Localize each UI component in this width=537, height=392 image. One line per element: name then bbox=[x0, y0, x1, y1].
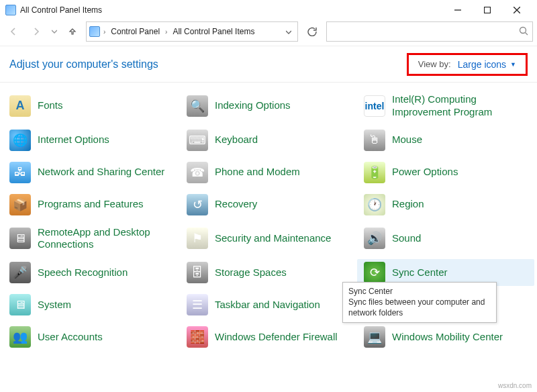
item-label: User Accounts bbox=[38, 331, 103, 344]
item-indexing-options[interactable]: 🔍 Indexing Options bbox=[180, 91, 357, 121]
caret-down-icon: ▼ bbox=[510, 61, 516, 68]
refresh-button[interactable] bbox=[302, 21, 322, 42]
minimize-button[interactable] bbox=[443, 1, 473, 19]
mouse-icon: 🖱 bbox=[364, 130, 385, 151]
remoteapp-icon: 🖥 bbox=[9, 228, 31, 249]
tooltip: Sync Center Sync files between your comp… bbox=[342, 282, 497, 323]
item-keyboard[interactable]: ⌨ Keyboard bbox=[180, 127, 357, 154]
maximize-button[interactable] bbox=[473, 1, 502, 19]
item-label: Internet Options bbox=[38, 134, 109, 146]
item-label: Region bbox=[392, 198, 424, 211]
item-storage-spaces[interactable]: 🗄 Storage Spaces bbox=[180, 259, 357, 286]
security-icon: ⚑ bbox=[187, 228, 208, 249]
sound-icon: 🔊 bbox=[364, 228, 385, 249]
system-icon: 🖥 bbox=[9, 294, 31, 315]
mobility-icon: 💻 bbox=[364, 326, 385, 348]
item-phone-modem[interactable]: ☎ Phone and Modem bbox=[180, 159, 357, 186]
fonts-icon: A bbox=[9, 95, 31, 117]
sync-icon: ⟳ bbox=[364, 262, 385, 283]
item-label: Indexing Options bbox=[215, 99, 291, 112]
address-bar[interactable]: › Control Panel › All Control Panel Item… bbox=[86, 21, 298, 42]
item-label: Windows Mobility Center bbox=[392, 331, 503, 344]
item-label: System bbox=[38, 299, 71, 311]
back-button[interactable] bbox=[4, 22, 23, 41]
storage-icon: 🗄 bbox=[187, 262, 208, 283]
item-intel[interactable]: intel Intel(R) Computing Improvement Pro… bbox=[357, 91, 534, 121]
network-icon: 🖧 bbox=[9, 162, 31, 183]
chevron-right-icon[interactable]: › bbox=[164, 28, 168, 36]
item-label: Programs and Features bbox=[38, 198, 144, 211]
phone-icon: ☎ bbox=[187, 162, 208, 183]
item-label: Sound bbox=[392, 232, 421, 245]
keyboard-icon: ⌨ bbox=[187, 130, 208, 151]
item-label: RemoteApp and Desktop Connections bbox=[38, 226, 173, 252]
address-icon bbox=[89, 26, 100, 37]
svg-line-5 bbox=[526, 32, 528, 35]
item-label: Speech Recognition bbox=[38, 266, 128, 279]
nav-row: › Control Panel › All Control Panel Item… bbox=[0, 20, 537, 46]
up-button[interactable] bbox=[63, 22, 82, 41]
item-fonts[interactable]: A Fonts bbox=[3, 91, 180, 121]
address-history-dropdown[interactable] bbox=[283, 27, 295, 37]
view-by-value: Large icons bbox=[458, 59, 506, 70]
item-label: Sync Center bbox=[392, 266, 448, 279]
item-label: Network and Sharing Center bbox=[38, 166, 164, 179]
item-security-maintenance[interactable]: ⚑ Security and Maintenance bbox=[180, 224, 357, 254]
recovery-icon: ↺ bbox=[187, 194, 208, 215]
titlebar: All Control Panel Items bbox=[0, 0, 537, 20]
item-label: Mouse bbox=[392, 134, 422, 146]
item-remoteapp[interactable]: 🖥 RemoteApp and Desktop Connections bbox=[3, 224, 180, 254]
control-panel-icon bbox=[5, 5, 16, 15]
item-programs-features[interactable]: 📦 Programs and Features bbox=[3, 191, 180, 218]
forward-button[interactable] bbox=[27, 22, 46, 41]
item-label: Taskbar and Navigation bbox=[215, 299, 320, 311]
item-label: Recovery bbox=[215, 198, 257, 211]
tooltip-title: Sync Center bbox=[348, 286, 491, 297]
item-recovery[interactable]: ↺ Recovery bbox=[180, 191, 357, 218]
item-power-options[interactable]: 🔋 Power Options bbox=[357, 159, 534, 186]
item-internet-options[interactable]: 🌐 Internet Options bbox=[3, 127, 180, 154]
close-button[interactable] bbox=[502, 1, 532, 19]
item-label: Keyboard bbox=[215, 134, 258, 146]
item-mouse[interactable]: 🖱 Mouse bbox=[357, 127, 534, 154]
svg-rect-1 bbox=[485, 7, 491, 13]
item-network-sharing[interactable]: 🖧 Network and Sharing Center bbox=[3, 159, 180, 186]
item-label: Intel(R) Computing Improvement Program bbox=[392, 93, 528, 119]
item-label: Fonts bbox=[38, 99, 63, 112]
tooltip-body: Sync files between your computer and net… bbox=[348, 297, 485, 317]
view-by-group: View by: Large icons ▼ bbox=[407, 53, 528, 76]
item-label: Phone and Modem bbox=[215, 166, 300, 179]
speech-icon: 🎤 bbox=[9, 262, 31, 283]
users-icon: 👥 bbox=[9, 326, 31, 348]
taskbar-icon: ☰ bbox=[187, 294, 208, 315]
item-region[interactable]: 🕐 Region bbox=[357, 191, 534, 218]
window-title: All Control Panel Items bbox=[20, 5, 102, 15]
item-windows-defender-firewall[interactable]: 🧱 Windows Defender Firewall bbox=[180, 324, 357, 350]
search-icon bbox=[519, 26, 528, 38]
item-sound[interactable]: 🔊 Sound bbox=[357, 224, 534, 254]
item-label: Windows Defender Firewall bbox=[215, 331, 338, 344]
region-icon: 🕐 bbox=[364, 194, 385, 215]
firewall-icon: 🧱 bbox=[187, 326, 208, 348]
internet-icon: 🌐 bbox=[9, 130, 31, 151]
view-by-dropdown[interactable]: Large icons ▼ bbox=[458, 59, 516, 70]
watermark: wsxdn.com bbox=[498, 382, 532, 389]
item-system[interactable]: 🖥 System bbox=[3, 291, 180, 318]
recent-dropdown[interactable] bbox=[50, 22, 59, 41]
view-by-label: View by: bbox=[418, 59, 451, 69]
chevron-right-icon[interactable]: › bbox=[102, 28, 107, 36]
item-windows-mobility-center[interactable]: 💻 Windows Mobility Center bbox=[357, 324, 534, 350]
breadcrumb-all-items[interactable]: All Control Panel Items bbox=[170, 27, 256, 36]
power-icon: 🔋 bbox=[364, 162, 385, 183]
page-title: Adjust your computer's settings bbox=[9, 58, 158, 70]
intel-icon: intel bbox=[364, 95, 385, 117]
item-taskbar-navigation[interactable]: ☰ Taskbar and Navigation bbox=[180, 291, 357, 318]
page-header: Adjust your computer's settings View by:… bbox=[0, 46, 537, 82]
breadcrumb-control-panel[interactable]: Control Panel bbox=[109, 27, 162, 36]
indexing-icon: 🔍 bbox=[187, 95, 208, 117]
item-user-accounts[interactable]: 👥 User Accounts bbox=[3, 324, 180, 350]
item-speech-recognition[interactable]: 🎤 Speech Recognition bbox=[3, 259, 180, 286]
search-input[interactable] bbox=[326, 21, 533, 42]
svg-point-4 bbox=[520, 27, 526, 33]
item-label: Storage Spaces bbox=[215, 266, 287, 279]
